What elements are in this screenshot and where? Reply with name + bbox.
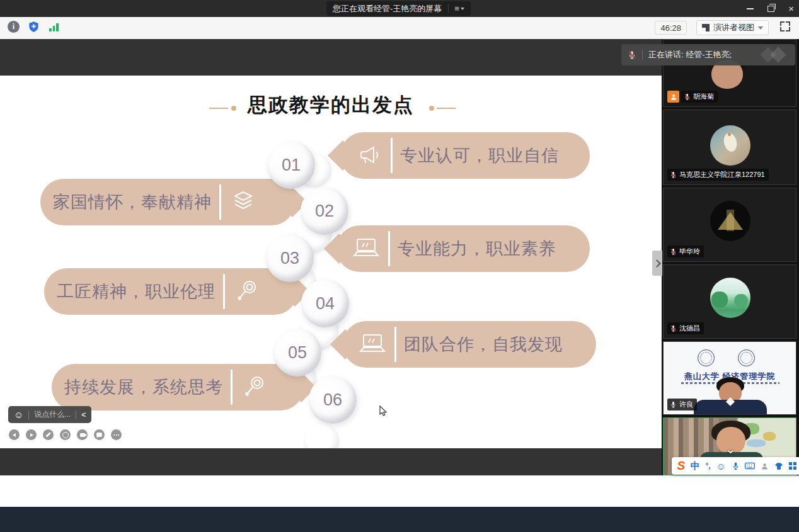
more-tools-button[interactable] [111,429,122,440]
participants-sidebar: 胡海菊 马克思主义学院江泉122791 毕华玲 沈德昌 [662,39,799,475]
ime-skin-shirt-icon[interactable] [774,462,783,470]
next-slide-button[interactable] [26,429,37,440]
sogou-logo-icon[interactable]: S [677,459,685,473]
layout-icon [702,24,710,31]
laptop-icon [358,331,387,358]
slide-item-03: 专业能力，职业素养 [336,225,590,272]
focus-button[interactable] [60,429,71,440]
maximize-button[interactable] [767,6,774,12]
title-deco-line-left [209,108,228,109]
participant-tile[interactable]: 马克思主义学院江泉122791 [663,110,796,185]
title-deco-dot-right [429,106,434,111]
title-deco-line-right [437,108,456,109]
ime-keyboard-icon[interactable] [745,462,755,470]
university-seal-icon [738,349,755,366]
avatar [710,125,750,166]
quick-chat-box[interactable]: ☺ 说点什么... < [8,406,91,423]
chevron-down-icon [758,26,763,30]
meeting-toolbar-top: i 46:28 演讲者视图 [0,17,799,40]
avatar [710,201,750,241]
meeting-control-bar: 解除静音 开启视频 共享屏幕 安全 邀请 管理成员(20) 聊天 录制 分组讨论… [0,475,799,507]
laptop-icon [352,235,381,262]
emoji-icon[interactable]: ☺ [14,410,23,419]
participant-name-label: 胡海菊 [681,91,718,103]
mic-muted-icon [628,50,636,59]
ime-toolbar[interactable]: S 中 °, ☺ [672,457,799,475]
shared-screen-stage: 思政教学的出发点 01 专业认可，职业自信 家国情怀，奉献精神 [0,39,662,475]
slide-title: 思政教学的出发点 [0,92,662,118]
slide-item-02: 家国情怀，奉献精神 [40,179,295,225]
university-seal-icon [698,349,715,366]
fullscreen-button[interactable] [780,21,790,31]
mic-on-icon [670,401,677,408]
sidebar-expand-handle[interactable] [652,251,662,276]
view-mode-button[interactable]: 演讲者视图 [696,20,769,35]
annotate-pencil-button[interactable] [43,429,54,440]
chat-collapse-icon[interactable]: < [81,410,86,419]
step-number-04: 04 [301,280,349,327]
megaphone-icon [355,142,383,169]
speaking-banner: 正在讲话: 经管-王艳亮; [621,44,795,65]
close-button[interactable]: × [788,4,794,13]
title-deco-dot-left [231,106,236,111]
speaking-text: 正在讲话: 经管-王艳亮; [648,49,732,60]
network-signal-icon[interactable] [49,22,59,31]
step-number-05: 05 [273,329,321,376]
watching-title: 您正在观看经管-王艳亮的屏幕 [333,3,442,14]
meeting-info-icon[interactable]: i [8,21,20,33]
participant-name-label: 马克思主义学院江泉122791 [667,169,769,181]
presentation-slide: 思政教学的出发点 01 专业认可，职业自信 家国情怀，奉献精神 [0,76,662,448]
participant-tile[interactable]: 燕山大学 经济管理学院 许良 [663,341,796,415]
ime-menu-grid-icon[interactable] [789,462,796,470]
slide-item-05: 团队合作，自我发现 [343,321,596,368]
camera-button[interactable] [77,429,88,440]
ime-emoji-button[interactable]: ☺ [716,461,725,472]
mouse-cursor [379,405,388,417]
magnifier-icon [240,373,268,401]
step-number-06: 06 [309,376,357,424]
participant-name-label: 沈德昌 [667,322,704,334]
slide-item-04: 工匠精神，职业伦理 [44,268,297,315]
window-titlebar: 您正在观看经管-王艳亮的屏幕 ≡ × [0,0,799,17]
ghost-circle [304,423,339,448]
participant-name-label: 毕华玲 [667,246,704,258]
step-number-02: 02 [301,187,348,235]
participant-name-label: 许良 [667,399,697,410]
chat-input-placeholder[interactable]: 说点什么... [34,409,71,420]
member-badge-icon [667,91,679,103]
ime-skin-person-icon[interactable] [761,462,769,470]
slide-item-01: 专业认可，职业自信 [340,132,590,179]
layers-icon [229,188,258,216]
ime-voice-icon[interactable] [732,461,740,470]
ime-language-toggle[interactable]: 中 [691,460,700,472]
share-tools-row [9,429,122,440]
share-menu-icon[interactable]: ≡ [448,4,464,13]
prev-slide-button[interactable] [9,429,20,440]
chat-bubble-button[interactable] [94,429,105,440]
step-number-01: 01 [267,141,315,189]
collapse-video-chevron[interactable]: ⌄ [725,446,736,452]
magnifier-icon [233,278,260,305]
participant-tile[interactable]: 毕华玲 [663,188,796,262]
avatar [710,278,750,318]
slide-item-06: 持续发展，系统思考 [52,364,304,410]
windows-taskbar: e W 中 S 16:02 周四 2022/10/20 4 [0,507,799,532]
mic-muted-icon [684,93,691,100]
view-mode-label: 演讲者视图 [713,22,754,33]
step-number-03: 03 [266,234,314,282]
watching-title-pill[interactable]: 您正在观看经管-王艳亮的屏幕 ≡ [326,1,471,16]
meeting-watermark-icon [761,47,789,63]
minimize-button[interactable] [747,8,754,9]
meeting-timer: 46:28 [655,21,687,35]
security-shield-icon[interactable] [28,21,40,33]
participant-tile[interactable]: 沈德昌 [663,264,796,339]
ime-punctuation-toggle[interactable]: °, [706,461,711,470]
